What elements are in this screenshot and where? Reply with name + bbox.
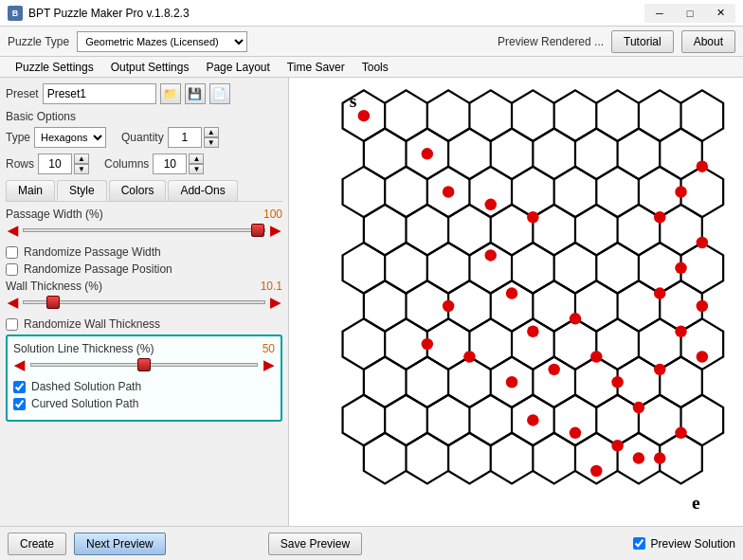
quantity-up[interactable]: ▲ (204, 127, 219, 137)
puzzle-type-select[interactable]: Geometric Mazes (Licensed) (77, 31, 247, 52)
randomize-pp-row: Randomize Passage Position (6, 262, 282, 276)
curved-solution-row: Curved Solution Path (13, 397, 275, 410)
wall-thickness-right-arrow[interactable]: ▶ (269, 295, 282, 310)
close-button[interactable]: ✕ (705, 4, 735, 23)
wall-thickness-left-arrow[interactable]: ◀ (6, 295, 19, 310)
svg-text:e: e (692, 493, 700, 513)
puzzle-type-label: Puzzle Type (8, 35, 69, 48)
passage-width-header: Passage Width (%) 100 (6, 208, 282, 221)
tab-main[interactable]: Main (6, 180, 55, 201)
wall-thickness-section: Wall Thickness (%) 10.1 ◀ ▶ (6, 280, 282, 310)
passage-width-value: 100 (263, 208, 282, 221)
next-preview-button[interactable]: Next Preview (74, 533, 166, 555)
dashed-solution-label: Dashed Solution Path (31, 380, 141, 393)
minimize-button[interactable]: ─ (644, 4, 675, 23)
svg-point-8 (443, 300, 454, 312)
wall-thickness-header: Wall Thickness (%) 10.1 (6, 280, 282, 293)
rows-cols-grid: Rows ▲ ▼ Columns ▲ ▼ (6, 154, 282, 174)
columns-input[interactable] (153, 154, 187, 174)
dashed-solution-row: Dashed Solution Path (13, 380, 275, 393)
preset-folder-button[interactable]: 📁 (160, 83, 181, 104)
rows-spinner: ▲ ▼ (38, 154, 89, 174)
menu-tools[interactable]: Tools (354, 59, 396, 76)
svg-point-29 (654, 287, 665, 298)
preset-input[interactable] (43, 83, 156, 104)
quantity-spinner-btns: ▲ ▼ (204, 127, 219, 148)
svg-point-16 (527, 414, 538, 425)
solution-line-left-arrow[interactable]: ◀ (13, 357, 27, 372)
quantity-input[interactable] (168, 127, 202, 148)
wall-thickness-value: 10.1 (261, 280, 282, 293)
randomize-pp-checkbox[interactable] (6, 263, 18, 276)
rows-input[interactable] (38, 154, 72, 174)
quantity-spinner: ▲ ▼ (168, 127, 219, 148)
randomize-pw-checkbox[interactable] (6, 246, 18, 259)
svg-point-17 (570, 427, 581, 439)
passage-width-left-arrow[interactable]: ◀ (6, 223, 19, 238)
svg-point-19 (633, 452, 644, 463)
svg-point-1 (358, 110, 370, 121)
preset-save-button[interactable]: 💾 (185, 83, 206, 104)
rows-down[interactable]: ▼ (74, 164, 89, 174)
passage-width-right-arrow[interactable]: ▶ (269, 223, 282, 238)
menu-page-layout[interactable]: Page Layout (198, 59, 277, 76)
passage-width-slider[interactable] (23, 228, 265, 232)
menu-output-settings[interactable]: Output Settings (103, 59, 197, 76)
curved-solution-checkbox[interactable] (13, 398, 26, 410)
svg-point-34 (697, 160, 708, 172)
app-icon: B (8, 6, 23, 21)
svg-point-30 (675, 262, 686, 274)
passage-width-section: Passage Width (%) 100 ◀ ▶ (6, 208, 282, 238)
svg-point-20 (590, 465, 602, 477)
basic-options-label: Basic Options (6, 110, 282, 123)
tab-addons[interactable]: Add-Ons (168, 180, 237, 201)
solution-line-right-arrow[interactable]: ▶ (262, 357, 275, 372)
quantity-label: Quantity (121, 131, 164, 144)
menu-time-saver[interactable]: Time Saver (280, 59, 353, 76)
svg-point-14 (548, 364, 559, 375)
svg-point-28 (697, 300, 708, 312)
save-preview-button[interactable]: Save Preview (268, 533, 362, 555)
dashed-solution-checkbox[interactable] (13, 381, 26, 393)
bottom-right: Preview Solution (633, 537, 735, 551)
columns-up[interactable]: ▲ (189, 154, 204, 164)
svg-point-9 (422, 338, 433, 350)
randomize-wt-label: Randomize Wall Thickness (24, 317, 160, 331)
create-button[interactable]: Create (8, 533, 66, 555)
preset-saveas-button[interactable]: 📄 (209, 83, 230, 104)
columns-label: Columns (104, 157, 149, 171)
title-bar: B BPT Puzzle Maker Pro v.1.8.2.3 ─ □ ✕ (0, 0, 743, 27)
type-select[interactable]: Hexagons Squares (34, 127, 106, 148)
columns-down[interactable]: ▼ (189, 164, 204, 174)
svg-point-27 (675, 325, 686, 336)
svg-point-12 (570, 313, 581, 324)
maximize-button[interactable]: □ (675, 4, 705, 23)
tutorial-button[interactable]: Tutorial (611, 30, 674, 53)
rows-spinner-btns: ▲ ▼ (74, 154, 89, 174)
rows-up[interactable]: ▲ (74, 154, 89, 164)
menu-puzzle-settings[interactable]: Puzzle Settings (8, 59, 101, 76)
type-row: Type Hexagons Squares (6, 127, 106, 148)
columns-spinner-btns: ▲ ▼ (189, 154, 204, 174)
svg-text:s: s (350, 91, 357, 111)
tab-colors[interactable]: Colors (109, 180, 167, 201)
svg-point-22 (675, 427, 686, 439)
tab-style[interactable]: Style (57, 180, 107, 201)
wall-thickness-slider[interactable] (23, 300, 265, 304)
preview-solution-label: Preview Solution (651, 537, 735, 551)
window-controls: ─ □ ✕ (644, 4, 735, 23)
solution-line-slider[interactable] (30, 363, 258, 367)
type-label: Type (6, 131, 30, 144)
about-button[interactable]: About (681, 30, 735, 53)
svg-point-5 (527, 211, 538, 223)
preset-row: Preset 📁 💾 📄 (6, 83, 282, 104)
preview-solution-checkbox[interactable] (633, 537, 645, 550)
right-panel: s e (289, 78, 743, 526)
solution-line-value: 50 (263, 342, 275, 355)
svg-point-2 (422, 148, 433, 159)
columns-spinner: ▲ ▼ (153, 154, 204, 174)
quantity-down[interactable]: ▼ (204, 137, 219, 148)
randomize-wt-checkbox[interactable] (6, 318, 18, 331)
randomize-wt-row: Randomize Wall Thickness (6, 317, 282, 331)
preset-label: Preset (6, 87, 39, 100)
